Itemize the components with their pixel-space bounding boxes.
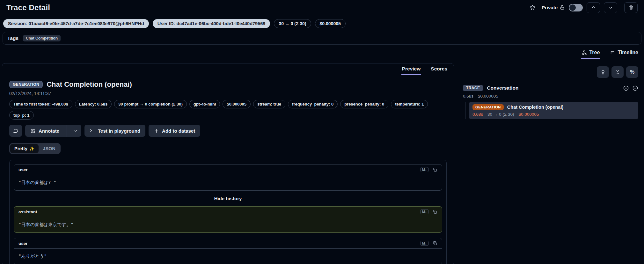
message-header: user M↓ (14, 165, 442, 175)
tab-timeline-label: Timeline (618, 50, 638, 55)
message-tools: M↓ (421, 209, 437, 214)
award-icon (600, 70, 606, 75)
header-controls: Private (529, 2, 638, 13)
message-block-user-2: user M↓ "ありがとう" (14, 238, 442, 264)
message-content: "日本の首都は東京です。" (14, 217, 442, 232)
visibility-status: Private (542, 5, 565, 10)
collapse-icon (615, 70, 620, 75)
previous-trace-button[interactable] (587, 2, 600, 13)
add-to-dataset-label: Add to dataset (162, 128, 195, 134)
format-toggle: Pretty ✨ JSON (9, 143, 61, 154)
trace-cost: $0.000005 (478, 94, 498, 99)
markdown-toggle-icon[interactable]: M↓ (421, 241, 428, 246)
page-title: Trace Detail (6, 3, 50, 12)
panel-body: GENERATION Chat Completion (openai) 02/1… (2, 75, 454, 264)
metric-badges: Time to first token: -498.00sLatency: 0.… (9, 100, 447, 120)
user-id-badge[interactable]: User ID: dc47a41e-06bc-400d-bde1-f0e440d… (153, 19, 270, 28)
test-in-playground-button[interactable]: Test in playground (84, 125, 145, 137)
terminal-icon (90, 128, 95, 134)
lock-icon (560, 5, 565, 10)
tree-branch: GENERATION Chat Completion (openai) 0.68… (465, 102, 638, 119)
metric-badge: stream: true (253, 100, 285, 108)
copy-icon[interactable] (432, 167, 437, 172)
tab-tree-label: Tree (589, 50, 600, 55)
trace-node[interactable]: TRACE Conversation (463, 85, 638, 91)
percent-icon: % (630, 69, 634, 75)
tab-tree[interactable]: Tree (581, 47, 600, 59)
comment-button[interactable] (9, 125, 22, 137)
collapse-all-button[interactable] (611, 66, 624, 78)
minus-circle-icon[interactable] (632, 85, 638, 91)
generation-latency: 0.68s (472, 112, 483, 117)
plus-circle-icon[interactable] (623, 85, 629, 91)
generation-cost: $0.000005 (518, 112, 539, 117)
generation-node-title: Chat Completion (openai) (507, 105, 563, 110)
generation-node-header: GENERATION Chat Completion (openai) (472, 104, 635, 110)
trash-icon (628, 5, 634, 10)
json-view-segment[interactable]: JSON (39, 144, 60, 153)
generation-node-metrics: 0.68s 30 → 0 (Σ 30) $0.000005 (472, 112, 635, 117)
annotate-split-button: Annotate (25, 125, 81, 137)
generation-type-badge: GENERATION (9, 81, 43, 88)
metric-badge: temperature: 1 (391, 100, 428, 108)
io-preview-container: user M↓ "日本の首都は? " Hide history (9, 160, 447, 264)
trace-node-left: TRACE Conversation (463, 85, 518, 91)
trace-latency: 0.68s (463, 94, 473, 99)
tab-scores[interactable]: Scores (430, 63, 448, 75)
message-content: "日本の首都は? " (14, 175, 442, 190)
bookmark-star-button[interactable] (529, 4, 536, 11)
star-icon (529, 4, 536, 11)
generation-header: GENERATION Chat Completion (openai) (9, 80, 447, 89)
markdown-toggle-icon[interactable]: M↓ (421, 209, 428, 214)
annotate-button[interactable]: Annotate (25, 125, 64, 137)
metric-badge: $0.000005 (223, 100, 250, 108)
annotate-dropdown-button[interactable] (70, 125, 81, 137)
copy-icon[interactable] (432, 209, 437, 214)
add-to-dataset-button[interactable]: Add to dataset (149, 125, 200, 137)
message-role: assistant (18, 209, 37, 214)
pretty-label: Pretty (14, 146, 27, 151)
edit-icon (30, 128, 36, 134)
metric-badge: top_p: 1 (9, 111, 34, 120)
button-divider (67, 125, 67, 137)
observation-panel: Preview Scores GENERATION Chat Completio… (2, 63, 454, 264)
scores-visibility-button[interactable] (597, 66, 609, 78)
tab-timeline[interactable]: Timeline (609, 47, 639, 59)
trace-metrics: 0.68s $0.000005 (463, 94, 638, 99)
annotate-label: Annotate (39, 128, 59, 134)
hide-history-toggle[interactable]: Hide history (14, 196, 442, 201)
copy-icon[interactable] (432, 241, 437, 246)
message-tools: M↓ (421, 167, 437, 172)
pretty-view-segment[interactable]: Pretty ✨ (10, 144, 39, 153)
metric-badge: frequency_penalty: 0 (288, 100, 338, 108)
tree-expand-controls (623, 85, 638, 91)
message-header: user M↓ (14, 238, 442, 249)
tree-icon (582, 50, 587, 55)
token-usage-badge: 30 → 0 (Σ 30) (274, 19, 311, 28)
content-area: Preview Scores GENERATION Chat Completio… (0, 59, 644, 264)
tags-container: Tags Chat Competition (3, 32, 641, 45)
generation-title: Chat Completion (openai) (47, 80, 132, 89)
delete-trace-button[interactable] (624, 2, 638, 13)
toggle-knob (569, 4, 576, 11)
panel-tabs: Preview Scores (2, 63, 454, 75)
metrics-visibility-button[interactable]: % (626, 66, 638, 78)
generation-type-badge: GENERATION (472, 104, 504, 110)
session-badge[interactable]: Session: 01aaacf6-e0fe-457d-a7de-7c1ee08… (3, 19, 149, 28)
markdown-toggle-icon[interactable]: M↓ (421, 167, 428, 172)
tab-preview[interactable]: Preview (401, 63, 421, 75)
tree-toolbar: % (463, 66, 638, 78)
plus-icon (154, 128, 159, 134)
test-in-playground-label: Test in playground (98, 128, 140, 134)
generation-tokens: 30 → 0 (Σ 30) (487, 112, 514, 117)
tag-chip[interactable]: Chat Competition (23, 35, 61, 41)
message-role: user (18, 241, 28, 246)
public-toggle[interactable] (569, 4, 583, 11)
comment-icon (13, 128, 18, 134)
chevron-down-icon (73, 128, 78, 133)
generation-node-selected[interactable]: GENERATION Chat Completion (openai) 0.68… (469, 102, 638, 119)
next-trace-button[interactable] (604, 2, 617, 13)
trace-title: Conversation (487, 85, 518, 91)
cost-badge: $0.000005 (315, 19, 346, 28)
sparkles-icon: ✨ (29, 146, 34, 151)
